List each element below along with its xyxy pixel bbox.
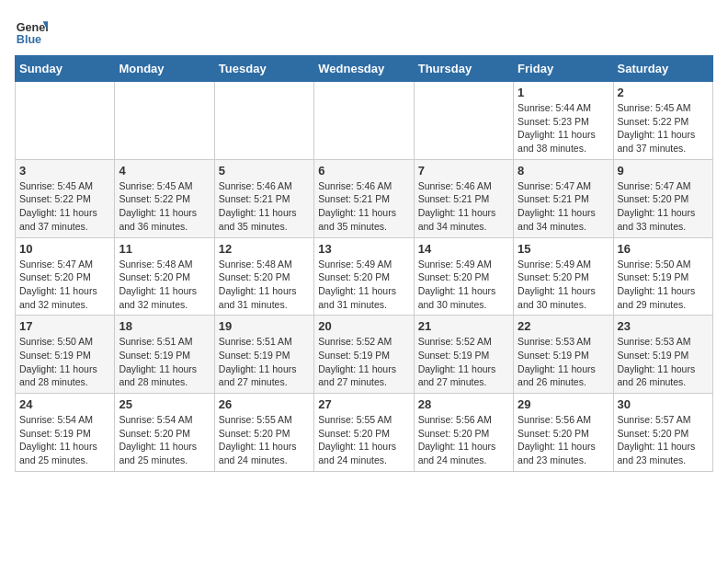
calendar-header-row: SundayMondayTuesdayWednesdayThursdayFrid…: [16, 56, 713, 82]
day-info: Sunrise: 5:48 AMSunset: 5:20 PMDaylight:…: [219, 258, 310, 312]
calendar-cell: 25Sunrise: 5:54 AMSunset: 5:20 PMDayligh…: [115, 394, 214, 472]
svg-text:Blue: Blue: [17, 33, 41, 46]
calendar-week-3: 10Sunrise: 5:47 AMSunset: 5:20 PMDayligh…: [16, 237, 713, 316]
day-info: Sunrise: 5:54 AMSunset: 5:19 PMDaylight:…: [19, 413, 110, 467]
calendar-cell: [115, 82, 214, 160]
day-info: Sunrise: 5:53 AMSunset: 5:19 PMDaylight:…: [618, 335, 709, 389]
logo-icon: General Blue: [15, 15, 48, 48]
day-number: 26: [219, 397, 310, 411]
calendar-cell: 9Sunrise: 5:47 AMSunset: 5:20 PMDaylight…: [613, 159, 712, 237]
day-info: Sunrise: 5:45 AMSunset: 5:22 PMDaylight:…: [618, 101, 709, 155]
calendar-cell: 29Sunrise: 5:56 AMSunset: 5:20 PMDayligh…: [514, 394, 613, 472]
calendar-cell: 15Sunrise: 5:49 AMSunset: 5:20 PMDayligh…: [514, 237, 613, 316]
day-number: 13: [318, 242, 409, 256]
calendar-cell: 3Sunrise: 5:45 AMSunset: 5:22 PMDaylight…: [16, 159, 115, 237]
calendar-cell: 6Sunrise: 5:46 AMSunset: 5:21 PMDaylight…: [314, 159, 414, 237]
day-number: 14: [418, 242, 509, 256]
day-info: Sunrise: 5:54 AMSunset: 5:20 PMDaylight:…: [119, 413, 210, 467]
day-info: Sunrise: 5:56 AMSunset: 5:20 PMDaylight:…: [418, 413, 509, 467]
day-number: 22: [518, 319, 609, 333]
calendar-cell: [314, 82, 414, 160]
day-header-thursday: Thursday: [414, 56, 513, 82]
day-header-monday: Monday: [115, 56, 214, 82]
day-number: 20: [318, 319, 409, 333]
calendar-cell: 1Sunrise: 5:44 AMSunset: 5:23 PMDaylight…: [514, 82, 613, 160]
calendar-cell: 2Sunrise: 5:45 AMSunset: 5:22 PMDaylight…: [613, 82, 712, 160]
day-info: Sunrise: 5:45 AMSunset: 5:22 PMDaylight:…: [119, 179, 210, 234]
day-number: 4: [119, 164, 210, 178]
calendar-cell: 22Sunrise: 5:53 AMSunset: 5:19 PMDayligh…: [514, 316, 613, 394]
calendar-cell: 21Sunrise: 5:52 AMSunset: 5:19 PMDayligh…: [414, 316, 513, 394]
calendar-cell: [16, 82, 115, 160]
calendar-cell: [414, 82, 513, 160]
day-number: 5: [219, 164, 310, 178]
day-info: Sunrise: 5:51 AMSunset: 5:19 PMDaylight:…: [119, 335, 210, 389]
day-info: Sunrise: 5:57 AMSunset: 5:20 PMDaylight:…: [618, 413, 709, 467]
day-number: 9: [618, 164, 709, 178]
day-info: Sunrise: 5:55 AMSunset: 5:20 PMDaylight:…: [219, 413, 310, 467]
day-number: 23: [618, 319, 709, 333]
day-info: Sunrise: 5:49 AMSunset: 5:20 PMDaylight:…: [318, 258, 409, 312]
day-number: 6: [318, 164, 409, 178]
calendar-cell: 20Sunrise: 5:52 AMSunset: 5:19 PMDayligh…: [314, 316, 414, 394]
calendar-cell: 19Sunrise: 5:51 AMSunset: 5:19 PMDayligh…: [214, 316, 313, 394]
day-number: 27: [318, 397, 409, 411]
calendar-cell: 23Sunrise: 5:53 AMSunset: 5:19 PMDayligh…: [613, 316, 712, 394]
calendar-cell: 13Sunrise: 5:49 AMSunset: 5:20 PMDayligh…: [314, 237, 414, 316]
day-info: Sunrise: 5:47 AMSunset: 5:21 PMDaylight:…: [518, 179, 609, 234]
day-number: 18: [119, 319, 210, 333]
day-number: 3: [19, 164, 110, 178]
day-info: Sunrise: 5:46 AMSunset: 5:21 PMDaylight:…: [318, 179, 409, 234]
day-number: 19: [219, 319, 310, 333]
day-info: Sunrise: 5:50 AMSunset: 5:19 PMDaylight:…: [19, 335, 110, 389]
day-info: Sunrise: 5:52 AMSunset: 5:19 PMDaylight:…: [418, 335, 509, 389]
calendar-cell: 30Sunrise: 5:57 AMSunset: 5:20 PMDayligh…: [613, 394, 712, 472]
day-info: Sunrise: 5:44 AMSunset: 5:23 PMDaylight:…: [518, 101, 609, 155]
day-number: 25: [119, 397, 210, 411]
calendar-cell: 11Sunrise: 5:48 AMSunset: 5:20 PMDayligh…: [115, 237, 214, 316]
day-number: 15: [518, 242, 609, 256]
calendar-cell: 26Sunrise: 5:55 AMSunset: 5:20 PMDayligh…: [214, 394, 313, 472]
day-header-friday: Friday: [514, 56, 613, 82]
day-info: Sunrise: 5:55 AMSunset: 5:20 PMDaylight:…: [318, 413, 409, 467]
day-info: Sunrise: 5:53 AMSunset: 5:19 PMDaylight:…: [518, 335, 609, 389]
day-number: 16: [618, 242, 709, 256]
calendar-cell: 5Sunrise: 5:46 AMSunset: 5:21 PMDaylight…: [214, 159, 313, 237]
calendar-cell: [214, 82, 313, 160]
day-info: Sunrise: 5:52 AMSunset: 5:19 PMDaylight:…: [318, 335, 409, 389]
calendar-cell: 12Sunrise: 5:48 AMSunset: 5:20 PMDayligh…: [214, 237, 313, 316]
calendar-cell: 17Sunrise: 5:50 AMSunset: 5:19 PMDayligh…: [16, 316, 115, 394]
calendar-week-5: 24Sunrise: 5:54 AMSunset: 5:19 PMDayligh…: [16, 394, 713, 472]
calendar-week-2: 3Sunrise: 5:45 AMSunset: 5:22 PMDaylight…: [16, 159, 713, 237]
calendar-week-4: 17Sunrise: 5:50 AMSunset: 5:19 PMDayligh…: [16, 316, 713, 394]
calendar-cell: 16Sunrise: 5:50 AMSunset: 5:19 PMDayligh…: [613, 237, 712, 316]
calendar-cell: 24Sunrise: 5:54 AMSunset: 5:19 PMDayligh…: [16, 394, 115, 472]
day-number: 10: [19, 242, 110, 256]
day-number: 11: [119, 242, 210, 256]
day-header-saturday: Saturday: [613, 56, 712, 82]
day-number: 2: [618, 86, 709, 99]
day-number: 12: [219, 242, 310, 256]
day-number: 1: [518, 86, 609, 99]
day-info: Sunrise: 5:48 AMSunset: 5:20 PMDaylight:…: [119, 258, 210, 312]
calendar-cell: 18Sunrise: 5:51 AMSunset: 5:19 PMDayligh…: [115, 316, 214, 394]
day-number: 21: [418, 319, 509, 333]
logo: General Blue: [15, 15, 48, 48]
calendar-cell: 27Sunrise: 5:55 AMSunset: 5:20 PMDayligh…: [314, 394, 414, 472]
page-header: General Blue: [15, 15, 713, 48]
day-info: Sunrise: 5:47 AMSunset: 5:20 PMDaylight:…: [19, 258, 110, 312]
day-info: Sunrise: 5:49 AMSunset: 5:20 PMDaylight:…: [418, 258, 509, 312]
day-info: Sunrise: 5:49 AMSunset: 5:20 PMDaylight:…: [518, 258, 609, 312]
calendar-cell: 4Sunrise: 5:45 AMSunset: 5:22 PMDaylight…: [115, 159, 214, 237]
day-info: Sunrise: 5:46 AMSunset: 5:21 PMDaylight:…: [219, 179, 310, 234]
day-header-wednesday: Wednesday: [314, 56, 414, 82]
day-number: 7: [418, 164, 509, 178]
day-number: 29: [518, 397, 609, 411]
day-info: Sunrise: 5:45 AMSunset: 5:22 PMDaylight:…: [19, 179, 110, 234]
day-header-tuesday: Tuesday: [214, 56, 313, 82]
day-number: 30: [618, 397, 709, 411]
day-info: Sunrise: 5:46 AMSunset: 5:21 PMDaylight:…: [418, 179, 509, 234]
day-info: Sunrise: 5:50 AMSunset: 5:19 PMDaylight:…: [618, 258, 709, 312]
day-header-sunday: Sunday: [16, 56, 115, 82]
calendar-week-1: 1Sunrise: 5:44 AMSunset: 5:23 PMDaylight…: [16, 82, 713, 160]
